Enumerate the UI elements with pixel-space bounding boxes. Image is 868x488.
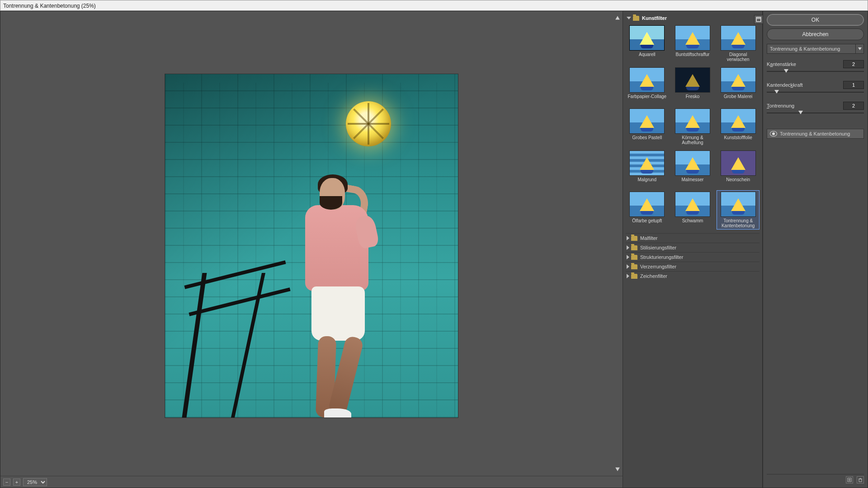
preview-image [165, 74, 458, 418]
cancel-button[interactable]: Abbrechen [767, 28, 864, 40]
filter-thumb[interactable]: Tontrennung & Kantenbetonung [717, 190, 760, 230]
folder-icon [631, 255, 637, 260]
filter-thumb[interactable]: Buntstiftschraffur [671, 24, 714, 63]
svg-rect-8 [859, 479, 862, 482]
thumbnail-image [721, 150, 756, 176]
param-tontrennung: Tontrennung [767, 102, 864, 116]
category-row[interactable]: Stilisierungsfilter [626, 243, 760, 252]
thumbnail-label: Neonschein [726, 177, 750, 186]
filter-thumb[interactable]: Schwamm [671, 190, 714, 230]
filter-gallery-panel: Kunstfilter Aquarell Buntstiftschraffur … [623, 11, 763, 488]
category-row[interactable]: Verzerrungsfilter [626, 262, 760, 271]
chevron-right-icon [627, 255, 629, 259]
filter-thumb[interactable]: Kunststofffolie [717, 107, 760, 146]
scroll-down-button[interactable] [614, 466, 621, 472]
thumbnail-label: Diagonal verwischen [718, 52, 758, 62]
filter-thumb[interactable]: Fresko [671, 66, 714, 104]
category-label: Malfilter [640, 235, 658, 241]
preview-canvas[interactable] [0, 11, 623, 476]
scroll-up-button[interactable] [614, 15, 621, 21]
effect-layer-label: Tontrennung & Kantenbetonung [780, 131, 850, 136]
chevron-right-icon [627, 236, 629, 240]
filter-thumb[interactable]: Aquarell [626, 24, 669, 63]
folder-icon [631, 236, 637, 241]
thumbnail-label: Schwamm [682, 218, 703, 227]
filter-thumb[interactable]: Körnung & Aufhellung [671, 107, 714, 146]
visibility-icon[interactable] [770, 131, 777, 136]
filter-thumb[interactable]: Grobe Malerei [717, 66, 760, 104]
tontrennung-input[interactable] [843, 102, 864, 110]
filter-thumb[interactable]: Neonschein [717, 149, 760, 188]
filter-thumb[interactable]: Ölfarbe getupft [626, 190, 669, 230]
category-kunstfilter[interactable]: Kunstfilter [626, 14, 760, 22]
lamp-illustration [346, 101, 391, 146]
thumbnail-image [675, 67, 710, 93]
zoom-select[interactable]: 25% [23, 478, 47, 486]
svg-marker-4 [858, 47, 862, 50]
tontrennung-slider[interactable] [767, 111, 864, 116]
param-kantendeckkraft: Kantendeckkraft [767, 81, 864, 95]
filter-thumb[interactable]: Diagonal verwischen [717, 24, 760, 63]
zoom-in-button[interactable]: + [13, 479, 20, 486]
chevron-right-icon [627, 274, 629, 278]
param-kantenstaerke: Kantenstärke [767, 60, 864, 75]
expand-panel-button[interactable] [754, 15, 763, 24]
svg-marker-1 [615, 467, 620, 471]
new-effect-layer-button[interactable] [846, 476, 853, 483]
thumbnail-image [721, 67, 756, 93]
thumbnail-image [675, 108, 710, 134]
thumbnail-label: Malgrund [637, 177, 656, 186]
settings-footer [767, 474, 864, 485]
chevron-down-icon [627, 17, 631, 19]
kantendeckkraft-input[interactable] [843, 81, 864, 89]
thumbnail-label: Körnung & Aufhellung [673, 135, 713, 145]
filter-thumb[interactable]: Farbpapier-Collage [626, 66, 669, 104]
thumbnail-label: Buntstiftschraffur [676, 52, 710, 61]
category-row[interactable]: Zeichenfilter [626, 271, 760, 281]
thumbnail-label: Aquarell [639, 52, 656, 61]
filter-thumb[interactable]: Malmesser [671, 149, 714, 188]
filter-select[interactable]: Tontrennung & Kantenbetonung [767, 44, 864, 54]
thumbnail-image [629, 192, 665, 217]
chevron-down-icon [855, 44, 863, 53]
thumbnail-label: Grobe Malerei [724, 94, 752, 103]
preview-area: − + 25% [0, 11, 623, 488]
delete-effect-layer-button[interactable] [857, 476, 864, 483]
kantendeckkraft-slider[interactable] [767, 90, 864, 95]
filter-thumb[interactable]: Grobes Pastell [626, 107, 669, 146]
thumbnail-image [675, 192, 710, 217]
window-title: Tontrennung & Kantenbetonung (25%) [3, 3, 96, 9]
folder-icon [631, 274, 637, 279]
category-row[interactable]: Malfilter [626, 233, 760, 243]
effect-layer-row[interactable]: Tontrennung & Kantenbetonung [767, 129, 864, 139]
filter-thumb[interactable]: Malgrund [626, 149, 669, 188]
effect-layers: Tontrennung & Kantenbetonung [767, 129, 864, 470]
thumbnail-label: Grobes Pastell [632, 135, 662, 144]
ok-button[interactable]: OK [767, 14, 864, 26]
folder-icon [631, 245, 637, 250]
thumbnail-image [721, 192, 756, 217]
filter-select-value: Tontrennung & Kantenbetonung [767, 46, 855, 52]
thumbnail-image [721, 25, 756, 51]
param-label: Tontrennung [767, 103, 794, 108]
category-label: Stilisierungsfilter [640, 245, 676, 250]
thumbnail-image [629, 25, 665, 51]
zoom-out-button[interactable]: − [3, 479, 10, 486]
kantenstaerke-slider[interactable] [767, 69, 864, 75]
category-label: Zeichenfilter [640, 273, 667, 279]
settings-panel: OK Abbrechen Tontrennung & Kantenbetonun… [763, 11, 868, 488]
category-row[interactable]: Strukturierungsfilter [626, 252, 760, 262]
chevron-right-icon [627, 245, 629, 250]
thumbnail-image [629, 108, 665, 134]
thumbnail-image [721, 108, 756, 134]
thumbnail-label: Ölfarbe getupft [632, 218, 662, 227]
folder-icon [633, 16, 639, 21]
preview-footer: − + 25% [0, 476, 623, 488]
thumbnail-image [629, 150, 665, 176]
param-label: Kantenstärke [767, 61, 796, 67]
folder-icon [631, 264, 637, 269]
kantenstaerke-input[interactable] [843, 60, 864, 68]
category-label: Kunstfilter [642, 15, 667, 21]
category-label: Strukturierungsfilter [640, 254, 683, 260]
thumbnail-image [675, 150, 710, 176]
